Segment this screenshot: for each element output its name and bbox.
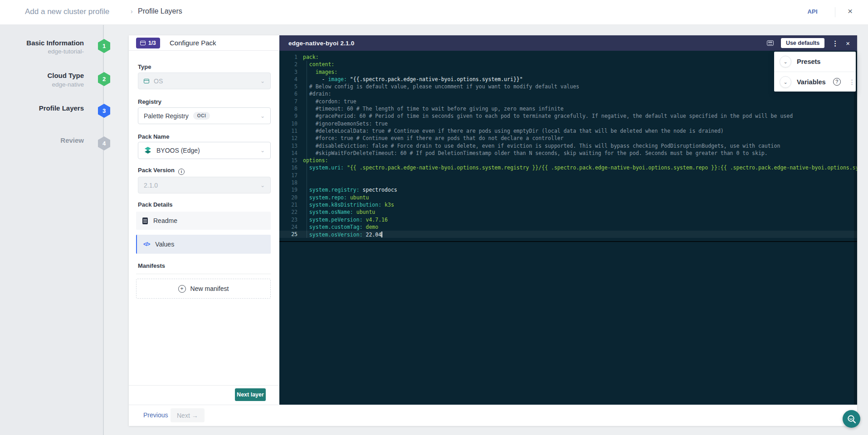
line-number: 22	[279, 208, 297, 216]
breadcrumb-current: Profile Layers	[138, 7, 182, 15]
code-line-24[interactable]: 24 system.customTag: demo	[279, 223, 857, 231]
line-content: #skipWaitForDeleteTimeout: 60 # If pod D…	[303, 150, 768, 157]
code-line-25[interactable]: 25 system.osVersion: 22.04	[279, 231, 857, 238]
pack-details-label: Pack Details	[138, 201, 173, 208]
code-line-21[interactable]: 21 system.k8sDistribution: k3s	[279, 201, 857, 208]
code-line-11[interactable]: 11 #deleteLocalData: true # Continue eve…	[279, 127, 857, 135]
registry-select[interactable]: Palette Registry OCI ⌄	[138, 107, 271, 124]
editor-kebab-menu-icon[interactable]: ⋮	[832, 40, 839, 47]
step-profile-layers[interactable]: Profile Layers	[0, 104, 84, 112]
code-line-14[interactable]: 14 #skipWaitForDeleteTimeout: 60 # If po…	[279, 150, 857, 157]
help-icon[interactable]: ?	[833, 78, 841, 86]
breadcrumb-separator: ›	[131, 8, 133, 15]
variables-label: Variables	[797, 78, 826, 86]
code-line-13[interactable]: 13 #disableEviction: false # Force drain…	[279, 142, 857, 150]
help-widget-button[interactable]	[843, 410, 860, 428]
code-line-8[interactable]: 8 #timeout: 60 # The length of time to w…	[279, 105, 857, 112]
info-icon[interactable]: i	[178, 169, 185, 175]
chevron-down-icon[interactable]: ⌄	[780, 76, 791, 88]
line-number: 7	[279, 98, 297, 105]
chevron-down-icon[interactable]: ⌄	[780, 56, 791, 68]
type-select[interactable]: OS ⌄	[138, 72, 271, 89]
os-layer-icon	[144, 79, 149, 83]
configure-pack-header: 1/3 Configure Pack	[129, 35, 279, 51]
code-line-3[interactable]: 3 images:	[279, 68, 857, 76]
variables-kebab-menu-icon[interactable]: ⋮	[849, 78, 855, 86]
code-line-9[interactable]: 9 #gracePeriod: 60 # Period of time in s…	[279, 112, 857, 120]
pack-version-select[interactable]: 2.1.0 ⌄	[138, 177, 271, 193]
line-number: 1	[279, 53, 297, 61]
api-button[interactable]: API	[807, 8, 818, 15]
presets-row[interactable]: ⌄ Presets	[774, 52, 856, 72]
line-content: images:	[303, 68, 337, 76]
line-number: 2	[279, 61, 297, 68]
values-label: Values	[155, 241, 174, 248]
configure-pack-title: Configure Pack	[170, 39, 216, 47]
indent-guide	[307, 61, 307, 238]
line-content: #gracePeriod: 60 # Period of time in sec…	[303, 112, 793, 120]
code-line-20[interactable]: 20 system.repo: ubuntu	[279, 194, 857, 201]
code-line-5[interactable]: 5 # Below config is default value, pleas…	[279, 83, 857, 90]
new-manifest-label: New manifest	[190, 285, 229, 292]
code-line-18[interactable]: 18	[279, 179, 857, 186]
page-close-icon[interactable]: ×	[848, 6, 853, 16]
code-line-6[interactable]: 6 #drain:	[279, 90, 857, 97]
registry-value: Palette Registry	[144, 112, 189, 120]
line-number: 8	[279, 105, 297, 112]
type-label: Type	[138, 63, 151, 70]
profile-layers-card: 1/3 Configure Pack Type OS ⌄ Registry Pa…	[129, 35, 857, 426]
line-content: system.registry: spectrodocs	[303, 186, 397, 193]
use-defaults-button[interactable]: Use defaults	[781, 38, 824, 48]
presets-variables-popup: ⌄ Presets ⌄ Variables ? ⋮	[774, 52, 856, 92]
breadcrumb-parent[interactable]: Add a new cluster profile	[25, 7, 109, 16]
values-tab[interactable]: </> Values	[136, 235, 271, 254]
line-number: 25	[279, 231, 297, 238]
plus-icon: +	[178, 285, 186, 293]
line-number: 24	[279, 223, 297, 231]
step-cloud-type[interactable]: Cloud Type	[0, 72, 84, 79]
code-line-1[interactable]: 1pack:	[279, 53, 857, 61]
readme-tab[interactable]: Readme	[136, 212, 271, 230]
editor-header: edge-native-byoi 2.1.0 Use defaults ⋮ ×	[279, 35, 857, 51]
code-area[interactable]: 1pack:2 content:3 images:4 - image: "{{.…	[279, 51, 857, 405]
cursor-line-underline	[279, 241, 857, 242]
next-button[interactable]: Next →	[171, 408, 205, 422]
line-number: 5	[279, 83, 297, 90]
code-line-2[interactable]: 2 content:	[279, 61, 857, 68]
line-content: #cordon: true	[303, 98, 356, 105]
previous-button[interactable]: Previous	[143, 411, 168, 419]
pack-step-badge: 1/3	[136, 38, 160, 48]
code-line-4[interactable]: 4 - image: "{{.spectro.pack.edge-native-…	[279, 76, 857, 83]
code-line-15[interactable]: 15options:	[279, 157, 857, 164]
line-content: #drain:	[303, 90, 331, 97]
variables-row[interactable]: ⌄ Variables ? ⋮	[774, 72, 856, 92]
code-line-12[interactable]: 12 #force: true # Continue even if there…	[279, 135, 857, 142]
editor-scrollbar[interactable]	[854, 51, 857, 405]
code-line-10[interactable]: 10 #ignoreDaemonSets: true	[279, 120, 857, 127]
code-line-17[interactable]: 17	[279, 172, 857, 179]
code-line-19[interactable]: 19 system.registry: spectrodocs	[279, 186, 857, 193]
app-window: Basic Information edge-tutorial- 1 Cloud…	[0, 0, 868, 435]
step-basic-information[interactable]: Basic Information	[0, 39, 84, 47]
step-cloud-type-value: edge-native	[0, 81, 84, 88]
pack-name-value: BYOOS (Edge)	[156, 147, 200, 154]
line-number: 10	[279, 120, 297, 127]
editor-title: edge-native-byoi 2.1.0	[288, 40, 354, 47]
manifests-divider	[136, 274, 271, 274]
pack-name-select[interactable]: BYOOS (Edge) ⌄	[138, 142, 271, 159]
configure-pack-panel: 1/3 Configure Pack Type OS ⌄ Registry Pa…	[129, 35, 279, 405]
new-manifest-button[interactable]: + New manifest	[136, 279, 271, 299]
code-line-16[interactable]: 16 system.uri: "{{ .spectro.pack.edge-na…	[279, 164, 857, 171]
step-review[interactable]: Review	[0, 136, 84, 144]
yaml-editor: edge-native-byoi 2.1.0 Use defaults ⋮ × …	[279, 35, 857, 405]
editor-close-icon[interactable]: ×	[846, 40, 850, 47]
split-view-icon[interactable]	[767, 40, 774, 46]
line-content: - image: "{{.spectro.pack.edge-native-by…	[303, 76, 523, 83]
line-content: system.repo: ubuntu	[303, 194, 369, 201]
code-line-23[interactable]: 23 system.peVersion: v4.7.16	[279, 216, 857, 223]
line-number: 21	[279, 201, 297, 208]
code-line-7[interactable]: 7 #cordon: true	[279, 98, 857, 105]
code-line-22[interactable]: 22 system.osName: ubuntu	[279, 208, 857, 216]
chevron-down-icon: ⌄	[260, 113, 265, 119]
next-layer-button[interactable]: Next layer	[235, 388, 266, 401]
